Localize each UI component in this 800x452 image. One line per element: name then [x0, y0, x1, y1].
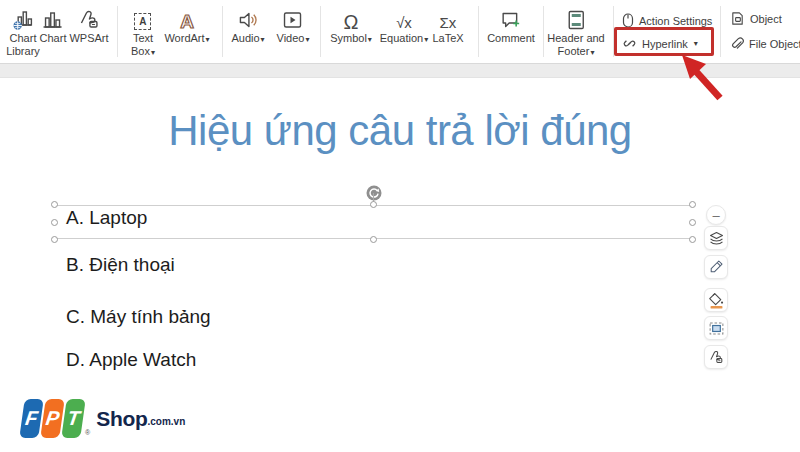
toolbar-divider [543, 6, 544, 57]
dropdown-caret: ▾ [368, 35, 372, 44]
header-footer-icon [547, 5, 605, 32]
mouse-icon [622, 13, 634, 28]
answer-option-b[interactable]: B. Điện thoại [66, 254, 175, 276]
object-button[interactable]: Object [730, 11, 782, 26]
chart-label: Chart [40, 32, 67, 45]
wpsart-label: WPSArt [69, 32, 108, 45]
frame-icon [708, 320, 725, 337]
hyperlink-highlight-box [614, 27, 714, 56]
wordart-button[interactable]: A WordArt▾ [164, 5, 209, 47]
video-label: Video▾ [277, 32, 310, 47]
toolbar-divider [720, 6, 721, 57]
answer-option-a[interactable]: A. Laptop [66, 207, 147, 229]
wps-presentation-window: Chart Library Chart [0, 0, 800, 452]
wpsart-convert-button[interactable] [704, 345, 728, 369]
toolbar-divider [478, 6, 479, 57]
dropdown-caret: ▾ [261, 35, 265, 44]
equation-label: Equation▾ [380, 32, 428, 47]
resize-handle-bottom-left[interactable] [51, 236, 58, 243]
video-button[interactable]: Video▾ [277, 5, 310, 47]
paint-bucket-icon [708, 291, 725, 309]
text-box-button[interactable]: A Text Box▾ [131, 5, 155, 59]
toolbar-divider [117, 6, 118, 57]
dropdown-caret: ▾ [305, 35, 309, 44]
omega-symbol-icon: Ω [330, 5, 372, 32]
chart-library-label-2: Library [6, 45, 40, 58]
wordart-icon: A [164, 5, 209, 32]
chart-button[interactable]: Chart [40, 5, 67, 45]
latex-label: LaTeX [432, 32, 463, 45]
sigma-latex-icon: Σx [432, 5, 463, 32]
frame-style-button[interactable] [704, 316, 728, 340]
answer-option-c[interactable]: C. Máy tính bảng [66, 306, 211, 328]
wordart-label: WordArt▾ [164, 32, 209, 47]
chart-library-label-1: Chart [6, 32, 40, 45]
header-footer-label-2: Footer▾ [547, 45, 605, 60]
chart-icon [40, 5, 67, 32]
rotation-handle[interactable] [366, 185, 382, 201]
video-icon [277, 5, 310, 32]
wpsart-icon [69, 5, 108, 32]
chart-library-icon [6, 5, 40, 32]
comment-button[interactable]: Comment [487, 5, 535, 45]
resize-handle-middle-left[interactable] [51, 219, 58, 226]
fpt-shop-logo: F P T ® Shop .com.vn [22, 399, 185, 438]
logo-shop-text: Shop [96, 407, 147, 431]
fpt-logo-t: T [61, 399, 85, 438]
equation-button[interactable]: √x Equation▾ [380, 5, 428, 47]
audio-label: Audio▾ [231, 32, 264, 47]
logo-domain-text: .com.vn [147, 416, 185, 427]
symbol-label: Symbol▾ [330, 32, 372, 47]
text-box-label-1: Text [131, 32, 155, 45]
toolbar-divider [320, 6, 321, 57]
resize-handle-bottom-right[interactable] [689, 236, 696, 243]
action-settings-label: Action Settings [639, 15, 712, 27]
file-object-label: File Object [749, 38, 800, 50]
resize-handle-top-left[interactable] [51, 201, 58, 208]
minus-icon: – [712, 209, 719, 222]
comment-label: Comment [487, 32, 535, 45]
text-box-icon: A [131, 5, 155, 32]
resize-handle-top-right[interactable] [689, 201, 696, 208]
quick-style-brush-button[interactable] [704, 255, 728, 279]
wpsart-convert-icon [708, 349, 725, 366]
header-footer-button[interactable]: Header and Footer▾ [547, 5, 605, 59]
dropdown-caret: ▾ [151, 48, 155, 57]
slide-title-text[interactable]: Hiệu ứng câu trả lời đúng [0, 107, 800, 155]
symbol-button[interactable]: Ω Symbol▾ [330, 5, 372, 47]
text-box-label-2: Box▾ [131, 45, 155, 60]
toolbar-divider [222, 6, 223, 57]
wpsart-button[interactable]: WPSArt [69, 5, 108, 45]
dropdown-caret: ▾ [590, 48, 594, 57]
red-pointer-arrow-icon [676, 54, 726, 102]
object-label: Object [750, 13, 782, 25]
resize-handle-middle-right[interactable] [689, 219, 696, 226]
collapse-toolbar-button[interactable]: – [706, 205, 726, 225]
resize-handle-top-center[interactable] [370, 201, 377, 208]
resize-handle-bottom-center[interactable] [370, 236, 377, 243]
audio-speaker-icon [231, 5, 264, 32]
object-icon [730, 11, 745, 26]
action-settings-button[interactable]: Action Settings [622, 13, 712, 28]
header-footer-label-1: Header and [547, 32, 605, 45]
latex-button[interactable]: Σx LaTeX [432, 5, 463, 45]
selected-textbox[interactable] [55, 205, 692, 239]
dropdown-caret: ▾ [206, 35, 210, 44]
registered-mark: ® [85, 429, 90, 436]
answer-option-d[interactable]: D. Apple Watch [66, 349, 196, 371]
audio-button[interactable]: Audio▾ [231, 5, 264, 47]
paperclip-icon [729, 36, 744, 51]
comment-bubble-icon [487, 5, 535, 32]
arrange-layers-button[interactable] [704, 226, 728, 250]
chart-library-button[interactable]: Chart Library [6, 5, 40, 57]
layers-icon [708, 230, 725, 247]
fill-color-button[interactable] [704, 288, 728, 312]
brush-icon [708, 259, 724, 275]
file-object-button[interactable]: File Object [729, 36, 800, 51]
dropdown-caret: ▾ [424, 35, 428, 44]
sqrt-equation-icon: √x [380, 5, 428, 32]
